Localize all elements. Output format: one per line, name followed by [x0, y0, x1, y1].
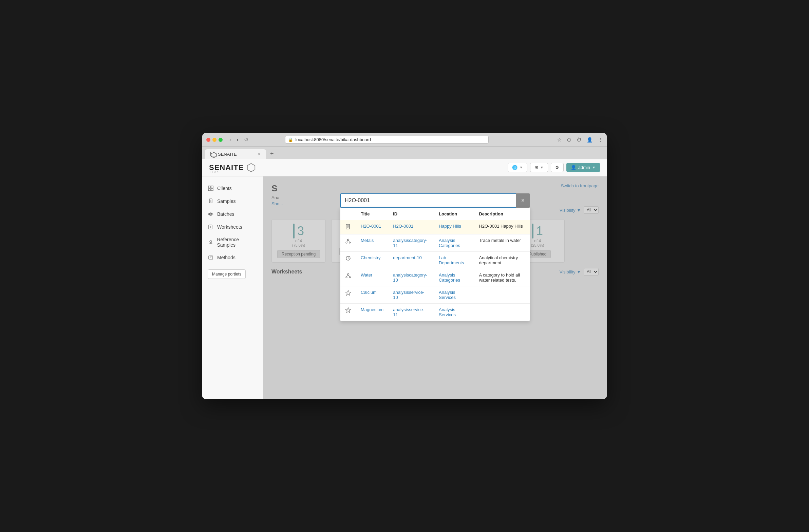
search-input[interactable]	[340, 193, 516, 208]
result-icon-cell	[340, 286, 356, 304]
forward-button[interactable]: ›	[235, 136, 240, 143]
svg-point-31	[346, 276, 347, 278]
svg-rect-3	[208, 189, 210, 191]
svg-marker-1	[247, 163, 255, 171]
globe-button[interactable]: 🌐 ▼	[507, 163, 527, 172]
settings-button[interactable]: ⚙	[551, 163, 564, 172]
result-description-cell: Analytical chemistry department	[474, 252, 530, 269]
result-description-cell	[474, 286, 530, 304]
search-result-row[interactable]: Chemistrydepartment-10Lab DepartmentsAna…	[340, 252, 530, 269]
search-result-row[interactable]: Metalsanalysiscategory-11Analysis Catego…	[340, 235, 530, 252]
back-button[interactable]: ‹	[228, 136, 233, 143]
search-input-row: ×	[340, 193, 530, 208]
admin-button[interactable]: 👤 admin ▼	[566, 163, 600, 172]
result-location-cell[interactable]: Happy Hills	[434, 220, 474, 235]
refresh-button[interactable]: ↺	[243, 136, 250, 143]
main-content: Switch to frontpage S Ana Sho... Visibil…	[263, 176, 607, 399]
result-icon-cell	[340, 304, 356, 321]
result-icon-cell	[340, 235, 356, 252]
svg-point-32	[349, 276, 350, 278]
traffic-lights	[206, 138, 223, 142]
result-location-cell[interactable]: Analysis Categories	[434, 235, 474, 252]
svg-point-30	[347, 274, 349, 275]
col-icon	[340, 208, 356, 220]
menu-icon[interactable]: ⋮	[598, 137, 603, 142]
result-id-cell[interactable]: analysisservice-11	[388, 304, 434, 321]
result-location-cell[interactable]: Analysis Categories	[434, 269, 474, 286]
app-content: SENAITE LIMS 🌐 ▼ ⊞ ▼ ⚙ 👤 admin ▼	[202, 159, 607, 399]
new-tab-button[interactable]: +	[268, 149, 277, 159]
result-id-cell[interactable]: analysisservice-10	[388, 286, 434, 304]
sidebar-item-batches[interactable]: Batches	[202, 208, 263, 221]
result-description-cell: A category to hold all water related tes…	[474, 269, 530, 286]
close-button[interactable]	[206, 138, 210, 142]
browser-titlebar: ‹ › ↺ 🔒 ☆ ⬡ ⏱ 👤 ⋮	[202, 133, 607, 147]
samples-label: Samples	[217, 199, 236, 204]
col-id: ID	[388, 208, 434, 220]
search-result-row[interactable]: H2O-0001H2O-0001Happy HillsH2O-0001 Happ…	[340, 220, 530, 235]
search-result-row[interactable]: Magnesiumanalysisservice-11Analysis Serv…	[340, 304, 530, 321]
result-icon-cell	[340, 269, 356, 286]
extension-icon[interactable]: ⬡	[567, 137, 571, 142]
result-location-cell[interactable]: Analysis Services	[434, 304, 474, 321]
result-title-cell[interactable]: Chemistry	[356, 252, 388, 269]
profile-icon[interactable]: 👤	[587, 137, 592, 142]
maximize-button[interactable]	[219, 138, 223, 142]
svg-point-16	[210, 241, 212, 243]
admin-caret: ▼	[592, 166, 596, 169]
result-id-cell[interactable]: H2O-0001	[388, 220, 434, 235]
result-id-cell[interactable]: analysiscategory-10	[388, 269, 434, 286]
result-location-cell[interactable]: Analysis Services	[434, 286, 474, 304]
sidebar-item-samples[interactable]: Samples	[202, 195, 263, 208]
search-results-table: Title ID Location Description H2O-0001H2…	[340, 208, 530, 321]
manage-portlets-button[interactable]: Manage portlets	[208, 269, 246, 279]
search-clear-button[interactable]: ×	[516, 193, 530, 208]
result-description-cell: Trace metals in water	[474, 235, 530, 252]
result-id-cell[interactable]: department-10	[388, 252, 434, 269]
sidebar-item-worksheets[interactable]: Worksheets	[202, 221, 263, 234]
sidebar-item-reference-samples[interactable]: Reference Samples	[202, 234, 263, 251]
senaite-logo: SENAITE LIMS	[209, 163, 256, 172]
svg-marker-0	[211, 152, 217, 158]
active-tab[interactable]: SENAITE ×	[205, 149, 266, 159]
result-title-cell[interactable]: Metals	[356, 235, 388, 252]
timer-icon[interactable]: ⏱	[576, 137, 581, 142]
col-title: Title	[356, 208, 388, 220]
result-title-cell[interactable]: Magnesium	[356, 304, 388, 321]
svg-rect-12	[209, 225, 212, 229]
search-container: × Title ID Location Description	[340, 193, 530, 321]
browser-toolbar-icons: ☆ ⬡ ⏱ 👤 ⋮	[557, 137, 603, 142]
search-result-row[interactable]: Calciumanalysisservice-10Analysis Servic…	[340, 286, 530, 304]
result-location-cell[interactable]: Lab Departments	[434, 252, 474, 269]
result-title-cell[interactable]: Calcium	[356, 286, 388, 304]
bookmark-icon[interactable]: ☆	[557, 137, 562, 142]
methods-icon	[208, 255, 214, 261]
result-description-cell	[474, 304, 530, 321]
result-title-cell[interactable]: Water	[356, 269, 388, 286]
svg-rect-2	[208, 186, 210, 188]
sidebar-item-methods[interactable]: Methods	[202, 251, 263, 264]
main-layout: Clients Samples Batches	[202, 176, 607, 399]
reference-samples-label: Reference Samples	[217, 237, 258, 248]
svg-point-10	[209, 213, 212, 215]
search-result-row[interactable]: Wateranalysiscategory-10Analysis Categor…	[340, 269, 530, 286]
sidebar-item-clients[interactable]: Clients	[202, 182, 263, 195]
app-header: SENAITE LIMS 🌐 ▼ ⊞ ▼ ⚙ 👤 admin ▼	[202, 159, 607, 176]
worksheets-label: Worksheets	[217, 224, 242, 230]
logo-subtitle: LIMS	[210, 171, 219, 173]
grid-button[interactable]: ⊞ ▼	[530, 163, 548, 172]
result-description-cell: H2O-0001 Happy Hills	[474, 220, 530, 235]
result-title-cell[interactable]: H2O-0001	[356, 220, 388, 235]
minimize-button[interactable]	[212, 138, 217, 142]
clients-label: Clients	[217, 186, 232, 191]
worksheets-icon	[208, 224, 214, 230]
logo-hexagon-icon	[246, 163, 256, 172]
tab-bar: SENAITE × +	[202, 147, 607, 159]
batches-label: Batches	[217, 211, 235, 217]
address-bar[interactable]	[295, 137, 486, 142]
header-actions: 🌐 ▼ ⊞ ▼ ⚙ 👤 admin ▼	[507, 163, 600, 172]
svg-rect-5	[211, 189, 213, 191]
col-location: Location	[434, 208, 474, 220]
result-id-cell[interactable]: analysiscategory-11	[388, 235, 434, 252]
tab-close-button[interactable]: ×	[258, 151, 261, 157]
